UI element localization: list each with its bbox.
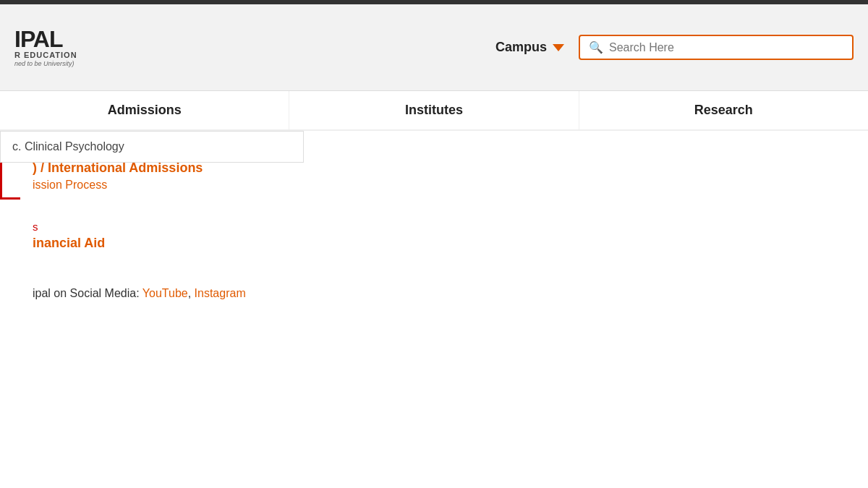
header-right: Campus 🔍	[495, 35, 854, 60]
lower-content: d ) / International Admissions ission Pr…	[0, 131, 868, 420]
links-area: d ) / International Admissions ission Pr…	[7, 145, 861, 300]
financial-aid-link[interactable]: inancial Aid	[33, 236, 861, 251]
search-icon: 🔍	[589, 40, 603, 54]
campus-button[interactable]: Campus	[495, 40, 564, 55]
nav-item-admissions[interactable]: Admissions	[0, 91, 289, 129]
instagram-link[interactable]: Instagram	[195, 287, 246, 299]
youtube-link[interactable]: YouTube	[142, 287, 188, 299]
social-media-line: ipal on Social Media: YouTube, Instagram	[33, 287, 861, 300]
dropdown-item-clinical-psychology[interactable]: c. Clinical Psychology	[1, 132, 303, 162]
search-box: 🔍	[579, 35, 854, 60]
dropdown-menu: c. Clinical Psychology	[0, 131, 304, 163]
nav-bar: Admissions Institutes Research	[0, 91, 868, 131]
breadcrumb-international-admissions[interactable]: ) / International Admissions	[33, 160, 861, 176]
spacer2	[33, 265, 861, 280]
nav-item-institutes[interactable]: Institutes	[289, 91, 579, 129]
logo-subtitle: R EDUCATION	[14, 51, 77, 60]
mission-process-link[interactable]: ission Process	[33, 179, 861, 192]
logo-area: IPAL R EDUCATION ned to be University)	[14, 27, 77, 67]
header: IPAL R EDUCATION ned to be University) C…	[0, 4, 868, 91]
campus-label: Campus	[495, 40, 547, 55]
section-s-label: s	[33, 221, 861, 233]
logo-title: IPAL	[14, 27, 77, 51]
spacer	[33, 206, 861, 221]
logo-tagline: ned to be University)	[14, 60, 77, 67]
nav-item-research[interactable]: Research	[579, 91, 868, 129]
search-input[interactable]	[609, 41, 843, 54]
campus-dropdown-arrow	[553, 44, 564, 51]
